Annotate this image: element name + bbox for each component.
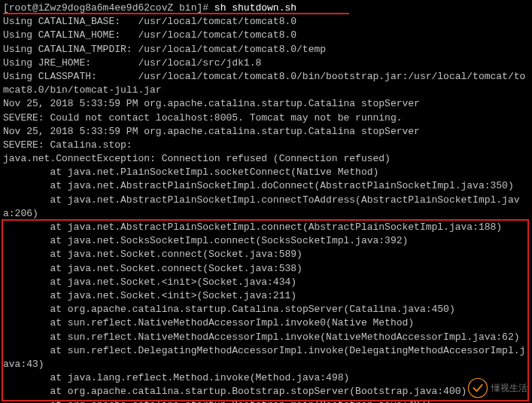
output-line: at java.net.AbstractPlainSocketImpl.conn… xyxy=(3,221,529,234)
output-line: SEVERE: Could not contact localhost:8005… xyxy=(3,111,529,125)
output-line: at java.net.Socket.connect(Socket.java:5… xyxy=(3,262,529,276)
output-line: at java.net.Socket.connect(Socket.java:5… xyxy=(3,248,529,261)
watermark: 懂视生活 xyxy=(467,377,527,398)
watermark-icon xyxy=(467,377,488,398)
output-line: at java.lang.reflect.Method.invoke(Metho… xyxy=(3,371,529,385)
output-line: Nov 25, 2018 5:33:59 PM org.apache.catal… xyxy=(3,97,529,111)
output-line: Using CATALINA_BASE: /usr/local/tomcat/t… xyxy=(3,15,529,29)
output-line: Nov 25, 2018 5:33:59 PM org.apache.catal… xyxy=(3,125,529,139)
output-line: at java.net.PlainSocketImpl.socketConnec… xyxy=(3,166,529,179)
shell-prompt: [root@iZwz9dog8a6m4ee9d62covZ bin]# xyxy=(3,2,208,14)
shell-command[interactable]: sh shutdown.sh xyxy=(214,2,296,14)
output-line: Using CATALINA_HOME: /usr/local/tomcat/t… xyxy=(3,29,529,42)
output-line: at sun.reflect.NativeMethodAccessorImpl.… xyxy=(3,331,529,344)
output-line: java.net.ConnectException: Connection re… xyxy=(3,152,529,166)
output-line: at sun.reflect.NativeMethodAccessorImpl.… xyxy=(3,316,529,330)
output-line: at sun.reflect.DelegatingMethodAccessorI… xyxy=(3,344,529,371)
output-line: Using CLASSPATH: /usr/local/tomcat/tomca… xyxy=(3,70,529,97)
watermark-text: 懂视生活 xyxy=(491,382,527,395)
output-line: Using JRE_HOME: /usr/local/src/jdk1.8 xyxy=(3,56,529,70)
annotation-underline xyxy=(3,13,349,14)
output-line: at java.net.Socket.<init>(Socket.java:21… xyxy=(3,289,529,303)
output-line: at java.net.SocksSocketImpl.connect(Sock… xyxy=(3,234,529,248)
output-line: at java.net.Socket.<init>(Socket.java:43… xyxy=(3,276,529,289)
output-line: Using CATALINA_TMPDIR: /usr/local/tomcat… xyxy=(3,43,529,56)
output-line: at org.apache.catalina.startup.Catalina.… xyxy=(3,303,529,316)
output-line: at java.net.AbstractPlainSocketImpl.conn… xyxy=(3,194,529,221)
output-line: at org.apache.catalina.startup.Bootstrap… xyxy=(3,385,529,398)
svg-point-0 xyxy=(468,378,487,397)
terminal-output: Using CATALINA_BASE: /usr/local/tomcat/t… xyxy=(3,15,529,403)
output-line: at org.apache.catalina.startup.Bootstrap… xyxy=(3,398,529,403)
output-line: SEVERE: Catalina.stop: xyxy=(3,139,529,152)
output-line: at java.net.AbstractPlainSocketImpl.doCo… xyxy=(3,179,529,193)
